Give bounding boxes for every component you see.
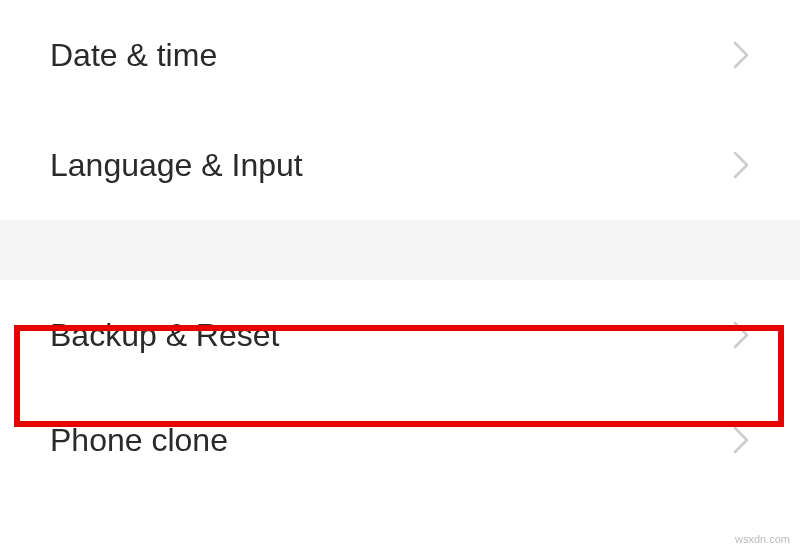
- settings-item-phone-clone[interactable]: Phone clone: [0, 390, 800, 490]
- section-divider: [0, 220, 800, 280]
- settings-item-label: Date & time: [50, 37, 217, 74]
- chevron-right-icon: [732, 425, 750, 455]
- watermark: wsxdn.com: [735, 533, 790, 545]
- chevron-right-icon: [732, 320, 750, 350]
- settings-item-language-input[interactable]: Language & Input: [0, 110, 800, 220]
- settings-item-label: Language & Input: [50, 147, 303, 184]
- settings-item-label: Phone clone: [50, 422, 228, 459]
- chevron-right-icon: [732, 40, 750, 70]
- settings-list: Date & time Language & Input Backup & Re…: [0, 0, 800, 490]
- settings-item-date-time[interactable]: Date & time: [0, 0, 800, 110]
- chevron-right-icon: [732, 150, 750, 180]
- settings-item-label: Backup & Reset: [50, 317, 279, 354]
- settings-item-backup-reset[interactable]: Backup & Reset: [0, 280, 800, 390]
